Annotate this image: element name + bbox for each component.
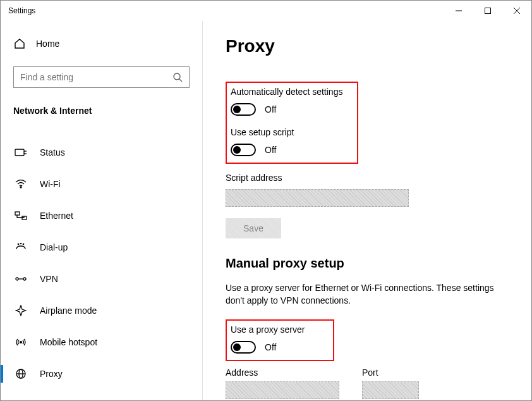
maximize-button[interactable]	[473, 1, 502, 21]
window-title: Settings	[8, 6, 35, 15]
page-title: Proxy	[226, 36, 509, 56]
sidebar-item-label: Ethernet	[40, 211, 73, 221]
auto-detect-state: Off	[265, 104, 276, 114]
minimize-button[interactable]	[444, 1, 473, 21]
svg-point-4	[174, 73, 180, 80]
use-proxy-label: Use a proxy server	[231, 324, 327, 335]
sidebar-item-label: Airplane mode	[40, 305, 97, 316]
sidebar-item-ethernet[interactable]: Ethernet	[13, 202, 190, 230]
airplane-icon	[15, 305, 27, 316]
auto-detect-toggle[interactable]	[231, 103, 256, 116]
sidebar-item-dialup[interactable]: Dial-up	[13, 233, 190, 261]
proxy-icon	[15, 369, 27, 379]
auto-detect-label: Automatically detect settings	[231, 87, 351, 97]
manual-section-desc: Use a proxy server for Ethernet or Wi-Fi…	[226, 282, 504, 307]
window-controls	[444, 1, 531, 21]
svg-point-18	[20, 342, 22, 343]
address-input	[226, 381, 339, 399]
svg-rect-1	[485, 8, 491, 14]
svg-point-14	[23, 244, 23, 244]
use-proxy-toggle[interactable]	[231, 341, 256, 354]
sidebar-item-label: Dial-up	[40, 242, 68, 252]
address-label: Address	[226, 367, 339, 378]
sidebar-item-label: VPN	[40, 274, 58, 284]
vpn-icon	[15, 275, 27, 283]
sidebar-item-hotspot[interactable]: Mobile hotspot	[13, 328, 190, 356]
sidebar-item-label: Mobile hotspot	[40, 337, 97, 347]
search-input[interactable]	[20, 72, 172, 82]
port-label: Port	[362, 367, 419, 378]
home-label: Home	[36, 39, 59, 49]
status-icon	[15, 147, 27, 157]
dialup-icon	[15, 243, 27, 252]
search-icon	[172, 72, 183, 82]
setup-script-toggle[interactable]	[231, 144, 256, 156]
titlebar: Settings	[1, 1, 531, 21]
svg-point-15	[16, 278, 18, 280]
home-nav[interactable]: Home	[13, 34, 190, 54]
sidebar-item-label: Wi-Fi	[40, 179, 61, 189]
svg-point-16	[23, 278, 26, 280]
port-input	[362, 381, 419, 399]
content-area: Proxy Automatically detect settings Off …	[203, 21, 531, 400]
script-address-label: Script address	[226, 173, 509, 183]
wifi-icon	[15, 180, 27, 188]
svg-point-9	[20, 187, 21, 188]
setup-script-label: Use setup script	[231, 127, 351, 137]
sidebar-item-status[interactable]: Status	[13, 139, 190, 166]
highlight-auto-section: Automatically detect settings Off Use se…	[226, 82, 358, 164]
sidebar: Home Network & Internet Status Wi-Fi	[1, 21, 203, 400]
svg-rect-10	[15, 212, 20, 215]
close-button[interactable]	[502, 1, 531, 21]
svg-point-13	[20, 243, 21, 244]
save-button: Save	[226, 218, 281, 238]
sidebar-item-vpn[interactable]: VPN	[13, 265, 190, 293]
search-box[interactable]	[13, 66, 190, 88]
use-proxy-state: Off	[265, 342, 276, 352]
sidebar-item-label: Status	[40, 147, 65, 157]
script-address-input	[226, 189, 409, 207]
sidebar-item-airplane[interactable]: Airplane mode	[13, 297, 190, 324]
setup-script-state: Off	[265, 145, 276, 155]
hotspot-icon	[15, 337, 27, 347]
sidebar-item-proxy[interactable]: Proxy	[13, 360, 190, 388]
home-icon	[13, 38, 26, 49]
ethernet-icon	[15, 211, 27, 220]
svg-rect-6	[15, 149, 24, 156]
highlight-proxy-section: Use a proxy server Off	[226, 319, 334, 361]
manual-section-heading: Manual proxy setup	[226, 256, 509, 271]
sidebar-item-label: Proxy	[40, 369, 63, 379]
svg-point-12	[18, 244, 18, 244]
sidebar-item-wifi[interactable]: Wi-Fi	[13, 170, 190, 198]
category-heading: Network & Internet	[13, 106, 190, 116]
svg-line-5	[179, 79, 182, 82]
